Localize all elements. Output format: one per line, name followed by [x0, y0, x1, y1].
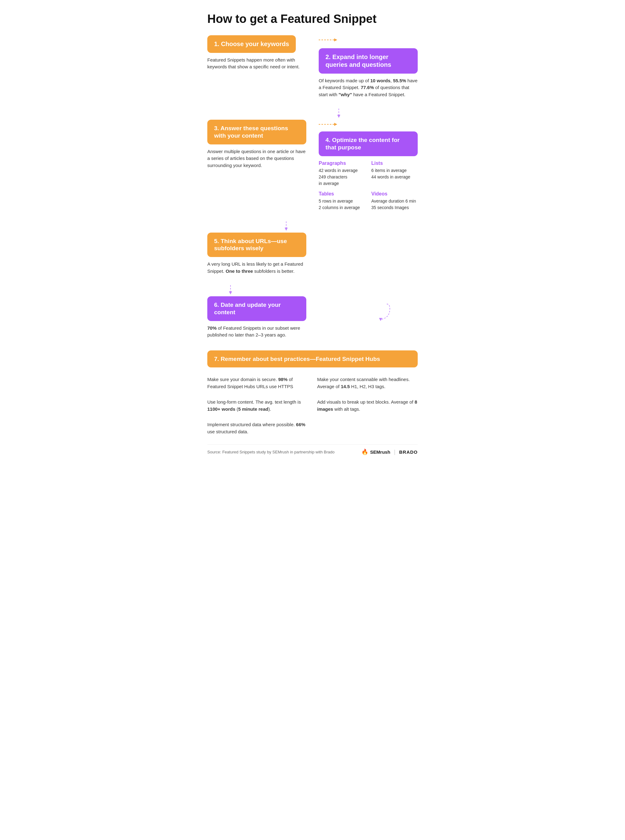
step3-label: 3.	[214, 125, 219, 132]
step4-section: 4. Optimize the content for that purpose…	[319, 132, 418, 211]
step3-box: 3. Answer these questions with your cont…	[207, 120, 306, 144]
content-types-grid: Paragraphs 42 words in average249 charac…	[319, 160, 418, 211]
step7-desc-5: Add visuals to break up text blocks. Ave…	[317, 395, 418, 413]
footer: Source: Featured Snippets study by SEMru…	[207, 444, 418, 455]
semrush-flame-icon: 🔥	[361, 449, 368, 455]
paragraphs-detail: 42 words in average249 charactersin aver…	[319, 167, 365, 187]
svg-marker-7	[285, 228, 288, 231]
step2-right: 2. Expand into longer queries and questi…	[316, 35, 418, 107]
content-type-paragraphs: Paragraphs 42 words in average249 charac…	[319, 160, 365, 187]
row-arrow-4-5	[207, 222, 418, 231]
step5-desc: A very long URL is less likely to get a …	[207, 261, 306, 275]
step5-title: Think about URLs—use subfolders wisely	[214, 238, 287, 252]
arrow-5-to-6	[226, 285, 235, 294]
step7-desc-grid: Make sure your domain is secure. 98% of …	[207, 373, 418, 435]
svg-marker-5	[334, 123, 337, 126]
arrow-1-to-2	[319, 35, 337, 45]
step7-section: 7. Remember about best practices—Feature…	[207, 351, 418, 435]
videos-detail: Average duration 6 min35 seconds Images	[371, 198, 418, 211]
step7-title: Remember about best practices—Featured S…	[221, 356, 380, 362]
paragraphs-label: Paragraphs	[319, 160, 365, 166]
arrow-3-to-4	[319, 120, 337, 129]
step1-title: Choose your keywords	[221, 40, 289, 47]
step7-box: 7. Remember about best practices—Feature…	[207, 351, 418, 368]
semrush-logo: 🔥 SEMrush	[361, 449, 390, 455]
step3-desc: Answer multiple questions in one article…	[207, 148, 306, 169]
step4-box: 4. Optimize the content for that purpose	[319, 132, 418, 156]
step5-box: 5. Think about URLs—use subfolders wisel…	[207, 233, 306, 257]
step3-title: Answer these questions with your content	[214, 125, 288, 139]
step7-desc-4: Make your content scannable with headlin…	[317, 373, 418, 390]
step6-left: 6. Date and update your content 70% of F…	[207, 296, 309, 347]
step4-label: 4.	[325, 137, 330, 143]
step5-label: 5.	[214, 238, 219, 244]
row-arrow-5-6	[207, 285, 418, 294]
step2-desc: Of keywords made up of 10 words, 55.5% h…	[319, 77, 418, 98]
svg-marker-3	[337, 115, 340, 118]
step2-title: Expand into longer queries and questions	[325, 53, 391, 68]
step1-box: 1. Choose your keywords	[207, 35, 296, 53]
step4-right: 4. Optimize the content for that purpose…	[316, 120, 418, 220]
row-2: 3. Answer these questions with your cont…	[207, 120, 418, 220]
step1-left: 1. Choose your keywords Featured Snippet…	[207, 35, 309, 107]
page-title: How to get a Featured Snippet	[207, 12, 418, 26]
lists-label: Lists	[371, 160, 418, 166]
footer-logos: 🔥 SEMrush | BRADO	[361, 449, 418, 455]
tables-detail: 5 rows in average2 columns in average	[319, 198, 365, 211]
step6-label: 6.	[214, 301, 219, 308]
videos-label: Videos	[371, 191, 418, 197]
semrush-text: SEMrush	[370, 449, 390, 455]
svg-marker-9	[229, 291, 232, 294]
step7-label: 7.	[214, 356, 219, 362]
step7-desc-2: Use long-form content. The avg. text len…	[207, 395, 308, 413]
step5-section: 5. Think about URLs—use subfolders wisel…	[207, 233, 306, 275]
step1-label: 1.	[214, 40, 219, 47]
row-arrow-2-3	[207, 109, 418, 118]
step1-section: 1. Choose your keywords Featured Snippet…	[207, 35, 306, 70]
content-type-videos: Videos Average duration 6 min35 seconds …	[371, 191, 418, 211]
step6-desc: 70% of Featured Snippets in our subset w…	[207, 325, 306, 338]
content-type-lists: Lists 6 items in average44 words in aver…	[371, 160, 418, 187]
row-4: 6. Date and update your content 70% of F…	[207, 296, 418, 347]
infographic-container: 1. Choose your keywords Featured Snippet…	[207, 35, 418, 435]
step4-title: Optimize the content for that purpose	[325, 137, 400, 151]
step7-desc-3: Implement structured data where possible…	[207, 418, 308, 435]
step1-desc: Featured Snippets happen more often with…	[207, 57, 306, 70]
logo-divider: |	[394, 449, 395, 455]
step6-box: 6. Date and update your content	[207, 296, 306, 321]
brado-text: BRADO	[399, 449, 418, 455]
arrow-2-to-3	[334, 109, 344, 118]
step3-left: 3. Answer these questions with your cont…	[207, 120, 309, 220]
arrow-4-to-5	[281, 222, 291, 231]
step7-desc-1: Make sure your domain is secure. 98% of …	[207, 373, 308, 390]
svg-marker-1	[334, 38, 337, 42]
lists-detail: 6 items in average44 words in average	[371, 167, 418, 180]
step2-box: 2. Expand into longer queries and questi…	[319, 48, 418, 74]
row-1: 1. Choose your keywords Featured Snippet…	[207, 35, 418, 107]
step3-section: 3. Answer these questions with your cont…	[207, 120, 306, 169]
tables-label: Tables	[319, 191, 365, 197]
step2-label: 2.	[325, 53, 331, 60]
svg-marker-10	[379, 318, 382, 321]
arrow-6-to-7	[368, 303, 393, 321]
row-3: 5. Think about URLs—use subfolders wisel…	[207, 233, 418, 284]
step2-section: 2. Expand into longer queries and questi…	[319, 48, 418, 98]
step6-section: 6. Date and update your content 70% of F…	[207, 296, 306, 338]
brado-logo: BRADO	[399, 449, 418, 455]
step6-title: Date and update your content	[214, 301, 281, 315]
content-type-tables: Tables 5 rows in average2 columns in ave…	[319, 191, 365, 211]
footer-source: Source: Featured Snippets study by SEMru…	[207, 450, 334, 454]
step5-left: 5. Think about URLs—use subfolders wisel…	[207, 233, 309, 284]
